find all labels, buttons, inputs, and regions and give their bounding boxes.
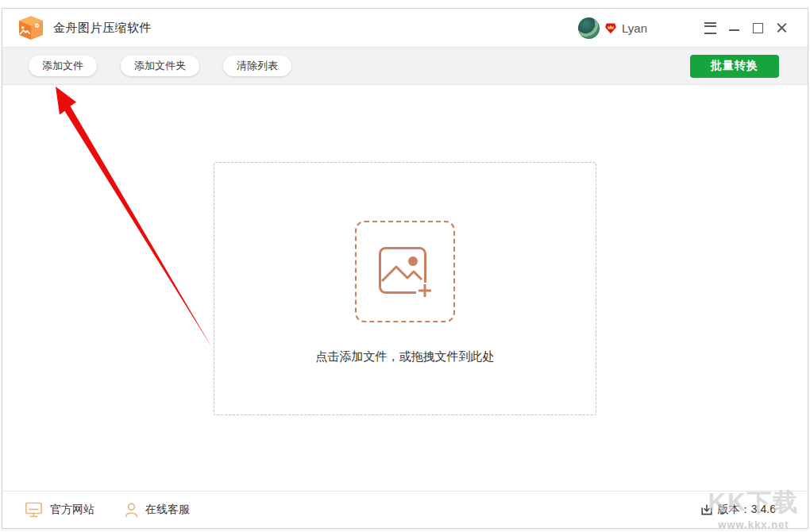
app-window: 金舟图片压缩软件 Lyan 添加文件 添加文件夹 清除列表 批量转换 [2, 8, 808, 529]
vip-badge-icon [604, 22, 617, 34]
maximize-button[interactable] [746, 16, 770, 40]
username: Lyan [622, 21, 647, 35]
clear-list-button[interactable]: 清除列表 [223, 56, 291, 76]
app-title: 金舟图片压缩软件 [53, 21, 152, 36]
drop-zone-icon-frame [355, 221, 455, 322]
app-logo-icon [17, 14, 45, 41]
person-icon [125, 503, 138, 518]
toolbar: 添加文件 添加文件夹 清除列表 批量转换 [2, 47, 808, 85]
menu-button[interactable] [698, 16, 722, 40]
download-update-icon [700, 503, 713, 516]
minimize-icon [729, 29, 739, 31]
add-folder-button[interactable]: 添加文件夹 [121, 56, 199, 76]
close-button[interactable] [770, 16, 793, 40]
minimize-button[interactable] [722, 16, 746, 40]
hamburger-menu-icon [704, 22, 716, 34]
add-file-button[interactable]: 添加文件 [29, 56, 97, 76]
title-bar: 金舟图片压缩软件 Lyan [2, 9, 808, 47]
version-update-area[interactable]: 版本：3.4.6 [700, 503, 776, 517]
user-account[interactable]: Lyan [578, 17, 647, 39]
drop-zone-hint: 点击添加文件，或拖拽文件到此处 [316, 349, 495, 364]
file-drop-zone[interactable]: 点击添加文件，或拖拽文件到此处 [214, 162, 596, 415]
monitor-icon [25, 502, 43, 518]
close-icon [777, 23, 787, 33]
version-text: 版本：3.4.6 [718, 503, 776, 517]
window-controls [698, 16, 793, 40]
main-area: 点击添加文件，或拖拽文件到此处 [2, 85, 808, 492]
online-support-link[interactable]: 在线客服 [125, 503, 190, 518]
official-site-label: 官方网站 [50, 503, 94, 517]
user-avatar [578, 17, 600, 39]
official-site-link[interactable]: 官方网站 [25, 502, 94, 518]
batch-convert-button[interactable]: 批量转换 [690, 55, 779, 78]
add-image-icon [376, 245, 434, 299]
maximize-icon [753, 23, 763, 33]
footer-bar: 官方网站 在线客服 版本：3.4.6 [2, 491, 808, 528]
online-support-label: 在线客服 [145, 503, 190, 517]
